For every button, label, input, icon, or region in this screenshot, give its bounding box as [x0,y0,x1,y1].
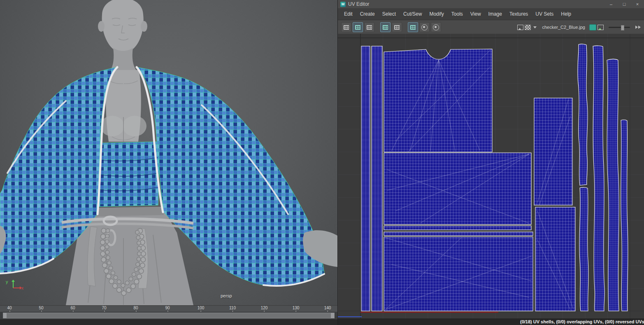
menu-help[interactable]: Help [557,11,575,17]
checker-map-icon[interactable] [525,25,531,30]
uv-shell[interactable] [384,237,533,311]
status-bar: (0/18) UV shells, (0/0) overlapping UVs,… [338,318,644,325]
uv-shell[interactable] [607,59,619,311]
minimize-button[interactable]: – [604,0,618,8]
layout-button[interactable] [341,22,351,32]
snapshot-button[interactable] [431,22,441,32]
axis-y-label: y [6,279,8,284]
menu-uv-sets[interactable]: UV Sets [532,11,557,17]
uv-shell[interactable] [535,207,575,311]
uv-shell[interactable] [384,232,533,236]
isolate-select-button[interactable] [380,22,391,32]
range-start-handle[interactable] [3,313,7,318]
time-tick: 80 [133,306,138,311]
uv-shell[interactable] [384,153,531,224]
camera-icon [433,24,439,30]
grid-snap-icon [410,25,416,30]
uv-shell[interactable] [361,46,370,311]
split-view-icon [367,25,372,30]
3d-viewport[interactable]: persp y x [0,0,337,305]
texture-name-label[interactable]: checker_C2_Blue.jpg [542,25,585,30]
time-tick: 70 [102,306,106,311]
menu-edit[interactable]: Edit [340,11,356,17]
axis-y-arrow-icon [13,282,14,288]
add-isolate-button[interactable] [392,22,402,32]
expand-toolbar-icon[interactable] [635,26,641,29]
arrow-right-icon [635,26,638,29]
range-slider-bar[interactable] [3,313,335,318]
model-render [0,0,337,305]
uv-editor-window: M UV Editor – □ × Edit Create Select Cut… [337,0,644,325]
menu-select[interactable]: Select [379,11,400,17]
uv-shell[interactable] [621,120,628,311]
range-end-handle[interactable] [331,313,334,318]
time-tick: 100 [198,306,205,311]
uv-shell[interactable] [593,46,604,311]
uv-shell[interactable] [384,49,492,152]
tile-view-icon [355,25,360,30]
camera-label: persp [221,293,232,298]
update-texture-icon[interactable] [589,24,596,30]
time-tick: 140 [324,306,331,311]
time-slider[interactable]: 40 50 60 70 80 90 100 110 120 130 140 [0,305,337,312]
time-tick: 130 [293,306,300,311]
axis-x-arrow-icon [13,288,20,288]
pixel-snap-icon [421,24,428,30]
arrow-right-icon [638,26,641,29]
tile-view-button[interactable] [353,22,363,32]
uv-shell[interactable] [384,226,531,230]
range-slider[interactable] [0,312,337,319]
uv-canvas[interactable] [338,34,644,318]
grid-snap-button[interactable] [408,22,418,32]
uv-layout[interactable] [338,34,644,318]
menu-image[interactable]: Image [485,11,506,17]
time-tick: 40 [7,306,12,311]
baked-texture-icon[interactable] [598,25,604,30]
maya-application: persp y x 40 50 60 70 80 90 100 110 120 … [0,0,644,325]
maya-icon: M [340,2,346,7]
split-view-button[interactable] [364,22,374,32]
menu-modify[interactable]: Modify [425,11,447,17]
layout-icon [344,25,349,30]
maximize-button[interactable]: □ [618,0,631,8]
menu-bar: Edit Create Select Cut/Sew Modify Tools … [338,8,644,20]
isolate-select-icon [383,25,388,30]
menu-create[interactable]: Create [356,11,379,17]
title-bar[interactable]: M UV Editor – □ × [338,0,644,8]
uv-shell[interactable] [579,187,588,311]
slider-handle[interactable] [621,25,624,30]
texture-dim-slider[interactable] [609,27,630,28]
window-controls: – □ × [604,0,644,8]
window-title: UV Editor [348,1,369,7]
time-tick: 90 [165,306,170,311]
axis-x-label: x [21,286,23,290]
time-tick: 50 [39,306,43,311]
time-tick: 120 [261,306,268,311]
bottom-strip [0,319,337,325]
view-axis-indicator: y x [6,278,30,297]
menu-tools[interactable]: Tools [448,11,467,17]
menu-textures[interactable]: Textures [506,11,532,17]
toolbar: checker_C2_Blue.jpg [338,20,644,35]
time-tick: 110 [229,306,236,311]
texture-dropdown-icon[interactable] [533,26,537,28]
uv-shell[interactable] [372,46,382,311]
add-isolate-icon [394,25,400,30]
time-tick: 60 [70,306,75,311]
close-button[interactable]: × [631,0,644,8]
pixel-snap-button[interactable] [419,22,430,32]
uv-shell[interactable] [534,98,572,205]
menu-view[interactable]: View [467,11,485,17]
menu-cut-sew[interactable]: Cut/Sew [400,11,425,17]
texture-display-icon[interactable] [517,25,523,30]
